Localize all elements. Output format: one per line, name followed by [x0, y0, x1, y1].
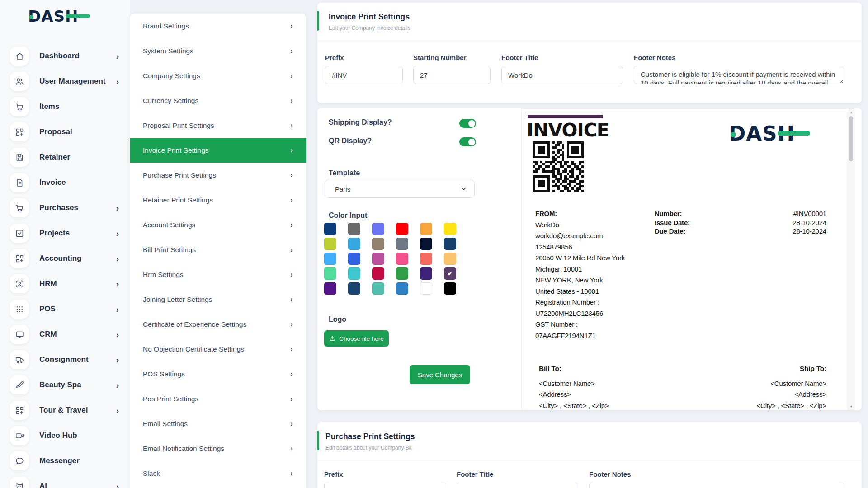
ship-to-block: Ship To: <Customer Name><Address><City> … [757, 363, 826, 410]
qr-display-toggle[interactable] [459, 137, 476, 146]
settings-item-company-settings[interactable]: Company Settings› [130, 63, 306, 88]
sidebar-item-hrm[interactable]: HRM› [0, 271, 130, 296]
sidebar-item-items[interactable]: Items [0, 94, 130, 119]
settings-item-slack[interactable]: Slack› [130, 461, 306, 486]
shipping-display-toggle[interactable] [459, 119, 476, 128]
settings-item-invoice-print-settings[interactable]: Invoice Print Settings› [130, 138, 306, 163]
color-swatch-bd4f9f[interactable] [372, 253, 384, 265]
color-swatch-6b74f2[interactable] [372, 223, 384, 235]
settings-item-hrm-settings[interactable]: Hrm Settings› [130, 262, 306, 287]
purchase-prefix-input[interactable] [324, 483, 446, 488]
settings-item-pos-print-settings[interactable]: Pos Print Settings› [130, 386, 306, 411]
accent-bar [317, 11, 319, 31]
color-swatch-2f9e47[interactable] [396, 267, 408, 280]
chevron-right-icon: › [290, 246, 293, 253]
purchase-footer-title-label: Footer Title [457, 470, 578, 478]
prefix-input[interactable] [325, 66, 403, 84]
sidebar-item-proposal[interactable]: Proposal [0, 119, 130, 145]
color-swatch-5a3c69-selected[interactable]: ✔ [444, 267, 456, 280]
color-swatch-93826e[interactable] [372, 238, 384, 250]
sidebar-item-invoice[interactable]: Invoice [0, 170, 130, 195]
settings-item-pos-settings[interactable]: POS Settings› [130, 361, 306, 386]
choose-file-button[interactable]: Choose file here [324, 330, 389, 347]
sidebar-item-pos[interactable]: POS› [0, 296, 130, 322]
sidebar-item-tour-travel[interactable]: Tour & Travel› [0, 398, 130, 423]
settings-item-currency-settings[interactable]: Currency Settings› [130, 88, 306, 113]
starting-number-input[interactable] [413, 66, 491, 84]
color-swatch-50bfae[interactable] [372, 282, 384, 295]
color-swatch-bccf33[interactable] [324, 238, 336, 250]
color-swatch-3162e3[interactable] [348, 253, 360, 265]
color-swatch-6b6b6b[interactable] [348, 223, 360, 235]
color-swatch-ffffff[interactable] [420, 282, 432, 295]
sidebar-item-user-management[interactable]: User Management› [0, 69, 130, 94]
color-swatch-f4508e[interactable] [396, 253, 408, 265]
settings-item-bill-print-settings[interactable]: Bill Print Settings› [130, 237, 306, 262]
scrollbar-thumb[interactable] [849, 116, 853, 161]
purchase-footer-notes-input[interactable] [589, 483, 844, 488]
color-swatch-14406b[interactable] [444, 238, 456, 250]
color-swatch-c30a45[interactable] [372, 267, 384, 280]
sidebar-item-purchases[interactable]: Purchases› [0, 195, 130, 221]
card-header: Purchase Print Settings Edit details abo… [317, 422, 862, 451]
settings-item-brand-settings[interactable]: Brand Settings› [130, 14, 306, 38]
color-swatch-6e7985[interactable] [396, 238, 408, 250]
sidebar-item-projects[interactable]: Projects› [0, 221, 130, 246]
color-swatch-081232[interactable] [420, 238, 432, 250]
chevron-right-icon: › [290, 370, 293, 378]
purchase-subtitle: Edit details about your Company Bill [326, 445, 862, 451]
sidebar-item-messenger[interactable]: Messenger [0, 448, 130, 474]
color-swatch-fb0007[interactable] [396, 223, 408, 235]
scroll-down-icon[interactable]: ▼ [848, 405, 854, 408]
settings-item-purchase-print-settings[interactable]: Purchase Print Settings› [130, 163, 306, 188]
footer-title-input[interactable] [501, 66, 623, 84]
sidebar-item-retainer[interactable]: Retainer [0, 145, 130, 170]
color-swatch-f56d60[interactable] [420, 253, 432, 265]
sidebar-item-ai[interactable]: AI› [0, 474, 130, 488]
preview-scrollbar[interactable]: ▲ ▼ [848, 109, 854, 410]
settings-item-account-settings[interactable]: Account Settings› [130, 212, 306, 237]
save-changes-button[interactable]: Save Changes [410, 365, 470, 384]
meta-row: Number:#INV00001 [655, 209, 826, 218]
sidebar-item-dashboard[interactable]: Dashboard› [0, 43, 130, 69]
settings-item-email-settings[interactable]: Email Settings› [130, 411, 306, 436]
party-line: <Customer Name> [757, 378, 826, 389]
settings-item-proposal-print-settings[interactable]: Proposal Print Settings› [130, 113, 306, 138]
sidebar-item-consignment[interactable]: Consignment› [0, 347, 130, 372]
color-swatch-17436e[interactable] [348, 282, 360, 295]
color-swatch-41aefc[interactable] [324, 253, 336, 265]
monitor-icon [10, 325, 29, 344]
color-swatch-0b3d7c[interactable] [324, 223, 336, 235]
color-swatch-000000[interactable] [444, 282, 456, 295]
color-swatch-f9c26d[interactable] [444, 253, 456, 265]
color-swatch-3ec7cd[interactable] [348, 267, 360, 280]
document-icon [10, 173, 29, 192]
color-swatch-3e2277[interactable] [420, 267, 432, 280]
users-icon [10, 72, 29, 91]
color-swatch-f7a63d[interactable] [420, 223, 432, 235]
color-swatch-2f82c6[interactable] [396, 282, 408, 295]
sidebar-item-beauty-spa[interactable]: Beauty Spa› [0, 372, 130, 398]
color-swatch-50dd9b[interactable] [324, 267, 336, 280]
footer-notes-textarea[interactable]: Customer is eligible for 1% discount if … [634, 66, 844, 84]
settings-item-certificate-of-experience-settings[interactable]: Certificate of Experience Settings› [130, 312, 306, 337]
chevron-right-icon: › [116, 229, 119, 238]
sidebar-item-video-hub[interactable]: Video Hub [0, 423, 130, 448]
sidebar-item-crm[interactable]: CRM› [0, 322, 130, 347]
dash-logo[interactable]: DASH [28, 7, 78, 25]
preview-meta-block: Number:#INV00001Issue Date:28-10-2024Due… [655, 209, 826, 236]
settings-item-email-notification-settings[interactable]: Email Notification Settings› [130, 436, 306, 461]
chevron-right-icon: › [290, 146, 293, 154]
purchase-footer-title-input[interactable] [457, 483, 578, 488]
template-select[interactable]: Paris [325, 180, 475, 198]
bill-to-heading: Bill To: [539, 363, 609, 375]
settings-item-system-settings[interactable]: System Settings› [130, 38, 306, 63]
settings-item-retainer-print-settings[interactable]: Retainer Print Settings› [130, 188, 306, 212]
settings-item-joining-letter-settings[interactable]: Joining Letter Settings› [130, 287, 306, 312]
settings-item-no-objection-certificate-settings[interactable]: No Objection Certificate Settings› [130, 337, 306, 361]
sidebar-item-accounting[interactable]: Accounting› [0, 246, 130, 271]
scroll-up-icon[interactable]: ▲ [848, 111, 854, 114]
color-swatch-ffe313[interactable] [444, 223, 456, 235]
color-swatch-38a9e0[interactable] [348, 238, 360, 250]
color-swatch-521488[interactable] [324, 282, 336, 295]
